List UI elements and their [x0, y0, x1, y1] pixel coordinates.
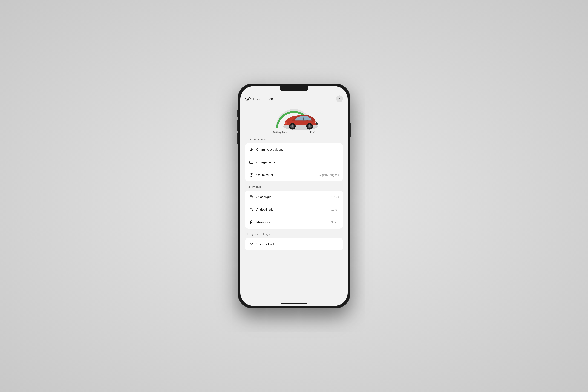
- header: DS3 E-Tense › ✕: [240, 94, 348, 104]
- speed-offset-chevron-icon: ›: [338, 242, 339, 246]
- power-button[interactable]: [350, 123, 352, 137]
- charging-settings-card: Charging providers › Charge cards ›: [245, 143, 343, 181]
- optimize-for-chevron-icon: ›: [338, 173, 339, 177]
- navigation-settings-title: Navigation settings: [245, 232, 343, 236]
- navigation-settings-card: Speed offset ›: [245, 238, 343, 250]
- optimize-for-label: Optimize for: [256, 173, 319, 177]
- at-destination-icon: [249, 207, 254, 212]
- svg-rect-23: [251, 222, 252, 224]
- silent-button[interactable]: [236, 110, 238, 117]
- svg-point-3: [284, 122, 287, 124]
- maximum-value: 90%: [331, 220, 337, 224]
- svg-point-25: [251, 244, 252, 245]
- volume-down-button[interactable]: [236, 133, 238, 144]
- svg-rect-15: [250, 162, 251, 163]
- optimize-for-item[interactable]: Optimize for Slightly longer ›: [245, 169, 343, 181]
- speed-offset-item[interactable]: Speed offset ›: [245, 238, 343, 250]
- charging-providers-item[interactable]: Charging providers ›: [245, 143, 343, 156]
- charge-card-icon: [249, 160, 254, 165]
- battery-level-card: At charger 15% › At destination 15%: [245, 191, 343, 228]
- maximum-item[interactable]: Maximum 90% ›: [245, 216, 343, 228]
- svg-rect-13: [250, 161, 253, 164]
- svg-point-6: [292, 126, 293, 127]
- car-svg: [280, 110, 322, 134]
- close-icon: ✕: [338, 97, 341, 100]
- phone-frame: DS3 E-Tense › ✕: [238, 84, 350, 308]
- svg-rect-18: [250, 196, 252, 196]
- svg-rect-11: [250, 148, 252, 149]
- at-charger-icon: [249, 194, 254, 200]
- maximum-label: Maximum: [256, 220, 331, 224]
- at-charger-item[interactable]: At charger 15% ›: [245, 191, 343, 203]
- charge-cards-label: Charge cards: [256, 160, 338, 164]
- battery-arc-section: Battery level 92%: [240, 104, 348, 135]
- at-destination-value: 15%: [331, 208, 337, 211]
- at-charger-label: At charger: [256, 195, 331, 199]
- svg-point-9: [309, 126, 310, 127]
- charging-providers-label: Charging providers: [256, 148, 338, 152]
- car-name-row[interactable]: DS3 E-Tense ›: [253, 97, 275, 101]
- at-charger-chevron-icon: ›: [338, 195, 339, 198]
- optimize-for-value: Slightly longer: [319, 173, 337, 177]
- optimize-icon: [249, 172, 254, 178]
- charge-cards-item[interactable]: Charge cards ›: [245, 156, 343, 169]
- at-destination-item[interactable]: At destination 15% ›: [245, 203, 343, 216]
- car-name-chevron-icon: ›: [274, 97, 275, 100]
- close-button[interactable]: ✕: [336, 96, 343, 102]
- at-charger-value: 15%: [331, 195, 337, 198]
- svg-rect-20: [250, 208, 252, 209]
- at-destination-chevron-icon: ›: [338, 208, 339, 211]
- battery-level-title: Battery level: [245, 185, 343, 188]
- charge-cards-chevron-icon: ›: [338, 160, 339, 164]
- car-name: DS3 E-Tense: [253, 97, 273, 101]
- charging-provider-icon: [249, 147, 254, 152]
- notch: [280, 86, 308, 91]
- ds-logo-icon: [245, 96, 251, 101]
- charging-providers-chevron-icon: ›: [338, 148, 339, 151]
- speed-offset-label: Speed offset: [256, 242, 338, 246]
- header-left: DS3 E-Tense ›: [245, 96, 275, 101]
- volume-up-button[interactable]: [236, 120, 238, 131]
- scroll-content[interactable]: Charging settings Charging providers ›: [240, 135, 348, 302]
- arc-container: [273, 106, 315, 130]
- charging-settings-title: Charging settings: [245, 138, 343, 141]
- maximum-chevron-icon: ›: [338, 220, 339, 224]
- speed-offset-icon: [249, 242, 254, 247]
- at-destination-label: At destination: [256, 208, 331, 212]
- home-indicator[interactable]: [281, 303, 307, 304]
- phone-screen: DS3 E-Tense › ✕: [240, 86, 348, 306]
- maximum-icon: [249, 220, 254, 225]
- car-image: [280, 110, 308, 127]
